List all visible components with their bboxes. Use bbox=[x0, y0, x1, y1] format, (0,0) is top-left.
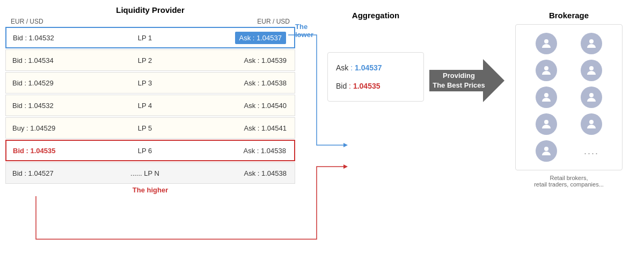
user-icon bbox=[536, 113, 557, 135]
lp-name-1: LP 1 bbox=[76, 34, 214, 42]
brokerage-section: Brokerage bbox=[510, 5, 623, 188]
aggregation-title: Aggregation bbox=[327, 11, 424, 20]
lp-bid-1: Bid : 1.04532 bbox=[6, 34, 76, 42]
lp-bid-5: Buy : 1.04529 bbox=[6, 124, 76, 132]
lp-name-n: ...... LP N bbox=[76, 169, 214, 177]
brokerage-subtitle: Retail brokers,retail traders, companies… bbox=[515, 175, 623, 188]
lp-ask-6: Ask : 1.04538 bbox=[214, 147, 294, 155]
svg-point-1 bbox=[589, 39, 594, 44]
lp-name-2: LP 2 bbox=[76, 56, 214, 64]
brokerage-box: .... bbox=[515, 24, 623, 170]
svg-point-6 bbox=[544, 120, 548, 124]
lp-bid-n: Bid : 1.04527 bbox=[6, 169, 76, 177]
svg-point-2 bbox=[544, 66, 548, 70]
lp-name-6: LP 6 bbox=[76, 147, 214, 155]
lp-panel: Liquidity Provider EUR / USD EUR / USD B… bbox=[5, 5, 295, 194]
svg-point-7 bbox=[589, 120, 594, 124]
svg-point-5 bbox=[589, 93, 594, 97]
svg-point-3 bbox=[589, 66, 594, 70]
user-icon bbox=[581, 87, 602, 108]
lp-name-4: LP 4 bbox=[76, 102, 214, 110]
lp-bid-3: Bid : 1.04529 bbox=[6, 79, 76, 87]
brokerage-title: Brokerage bbox=[515, 11, 623, 20]
lp-row: Bid : 1.04535 LP 6 Ask : 1.04538 bbox=[5, 140, 295, 161]
arrow-text: ProvidingThe Best Prices bbox=[429, 59, 499, 102]
user-icon bbox=[536, 33, 557, 54]
lp-ask-2: Ask : 1.04539 bbox=[214, 56, 295, 64]
lp-row: Bid : 1.04532 LP 4 Ask : 1.04540 bbox=[5, 95, 295, 116]
lp-ask-4: Ask : 1.04540 bbox=[214, 102, 295, 110]
arrow-section: ProvidingThe Best Prices bbox=[424, 59, 510, 102]
lp-row: Buy : 1.04529 LP 5 Ask : 1.04541 bbox=[5, 117, 295, 139]
more-users-dots: .... bbox=[584, 146, 599, 157]
aggregation-section: Aggregation Ask : 1.04537 Bid : 1.04535 bbox=[327, 5, 424, 102]
lp-bid-6: Bid : 1.04535 bbox=[6, 147, 76, 155]
svg-marker-10 bbox=[343, 164, 348, 169]
lp-panel-title: Liquidity Provider bbox=[5, 5, 295, 15]
the-higher-label: The higher bbox=[5, 186, 295, 194]
lp-currency-left: EUR / USD bbox=[11, 18, 43, 25]
lp-ask-n: Ask : 1.04538 bbox=[214, 169, 295, 177]
user-icon bbox=[536, 60, 557, 81]
providing-best-prices-arrow: ProvidingThe Best Prices bbox=[429, 59, 504, 102]
lp-name-3: LP 3 bbox=[76, 79, 214, 87]
user-icon bbox=[536, 87, 557, 108]
lp-row: Bid : 1.04527 ...... LP N Ask : 1.04538 bbox=[5, 162, 295, 184]
user-icon bbox=[536, 140, 557, 162]
lp-row: Bid : 1.04529 LP 3 Ask : 1.04538 bbox=[5, 72, 295, 94]
lp-currency-right: EUR / USD bbox=[257, 18, 290, 25]
lp-ask-5: Ask : 1.04541 bbox=[214, 124, 295, 132]
svg-point-0 bbox=[544, 39, 548, 44]
lp-row: Bid : 1.04532 LP 1 Ask : 1.04537 bbox=[5, 27, 295, 48]
lp-ask-3: Ask : 1.04538 bbox=[214, 79, 295, 87]
lp-name-5: LP 5 bbox=[76, 124, 214, 132]
lp-bid-2: Bid : 1.04534 bbox=[6, 56, 76, 64]
user-icon bbox=[581, 60, 602, 81]
aggregation-box: Ask : 1.04537 Bid : 1.04535 bbox=[327, 52, 424, 102]
user-icon bbox=[581, 113, 602, 135]
the-lower-label: The lower bbox=[295, 23, 327, 39]
lp-bid-4: Bid : 1.04532 bbox=[6, 102, 76, 110]
aggregation-bid: Bid : 1.04535 bbox=[336, 82, 415, 90]
svg-marker-9 bbox=[343, 143, 348, 147]
lp-ask-1: Ask : 1.04537 bbox=[214, 34, 294, 42]
lp-row: Bid : 1.04534 LP 2 Ask : 1.04539 bbox=[5, 49, 295, 71]
aggregation-ask: Ask : 1.04537 bbox=[336, 63, 415, 72]
user-icon bbox=[581, 33, 602, 54]
svg-point-4 bbox=[544, 93, 548, 97]
svg-point-8 bbox=[544, 147, 548, 151]
